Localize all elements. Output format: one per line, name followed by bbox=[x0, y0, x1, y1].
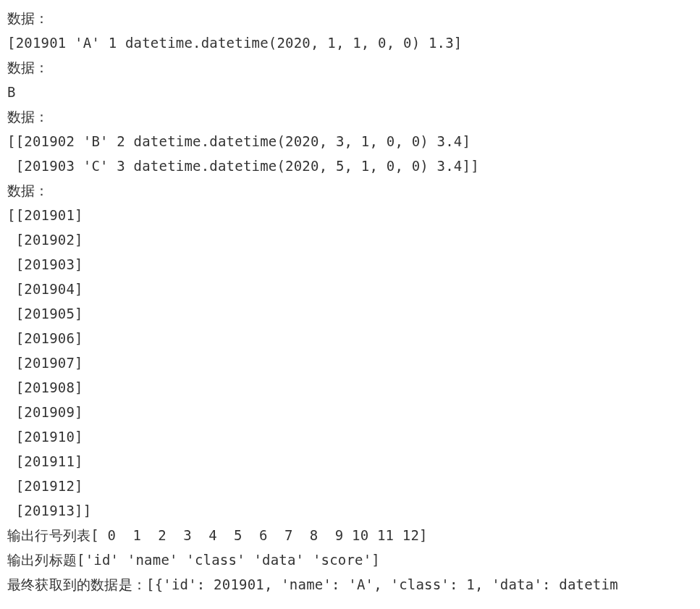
output-line: 最终获取到的数据是：[{'id': 201901, 'name': 'A', '… bbox=[7, 576, 618, 592]
output-line: 数据： bbox=[7, 182, 49, 198]
output-line: [201906] bbox=[7, 330, 83, 346]
output-line: [201913]] bbox=[7, 503, 91, 518]
output-line: [201912] bbox=[7, 478, 83, 494]
output-line: [201907] bbox=[7, 355, 83, 371]
output-line: 输出行号列表[ 0 1 2 3 4 5 6 7 8 9 10 11 12] bbox=[7, 527, 428, 543]
output-line: [201908] bbox=[7, 379, 83, 395]
output-line: [201905] bbox=[7, 306, 83, 322]
output-line: [201909] bbox=[7, 404, 83, 420]
output-line: [[201901] bbox=[7, 207, 83, 223]
output-line: [[201902 'B' 2 datetime.datetime(2020, 3… bbox=[7, 133, 471, 149]
output-line: 数据： bbox=[7, 59, 49, 75]
output-line: [201902] bbox=[7, 232, 83, 248]
output-line: [201903 'C' 3 datetime.datetime(2020, 5,… bbox=[7, 158, 479, 174]
output-line: B bbox=[7, 84, 16, 100]
output-line: [201903] bbox=[7, 256, 83, 272]
output-line: 数据： bbox=[7, 109, 49, 125]
output-line: [201910] bbox=[7, 429, 83, 445]
output-line: [201901 'A' 1 datetime.datetime(2020, 1,… bbox=[7, 35, 463, 51]
console-output: 数据： [201901 'A' 1 datetime.datetime(2020… bbox=[0, 0, 700, 602]
output-line: 输出列标题['id' 'name' 'class' 'data' 'score'… bbox=[7, 552, 380, 568]
output-line: [201904] bbox=[7, 281, 83, 297]
output-line: [201911] bbox=[7, 453, 83, 469]
output-line: 数据： bbox=[7, 10, 49, 26]
